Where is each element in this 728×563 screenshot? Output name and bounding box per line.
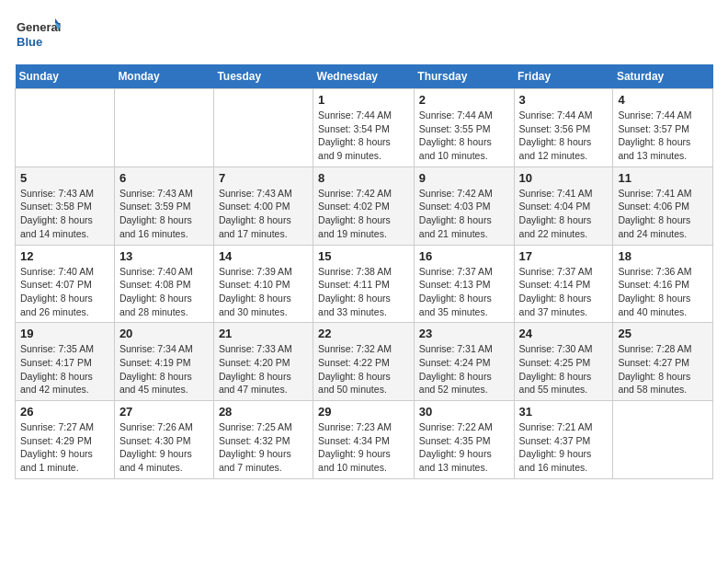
day-info: Sunrise: 7:26 AMSunset: 4:30 PMDaylight:… bbox=[119, 420, 209, 475]
day-of-week-friday: Friday bbox=[514, 64, 613, 89]
day-info: Sunrise: 7:44 AMSunset: 3:56 PMDaylight:… bbox=[519, 109, 609, 163]
week-row-1: 1Sunrise: 7:44 AMSunset: 3:54 PMDaylight… bbox=[16, 89, 713, 167]
day-info: Sunrise: 7:43 AMSunset: 4:00 PMDaylight:… bbox=[219, 187, 308, 241]
calendar-cell: 13Sunrise: 7:40 AMSunset: 4:08 PMDayligh… bbox=[114, 245, 213, 323]
day-info: Sunrise: 7:42 AMSunset: 4:03 PMDaylight:… bbox=[419, 187, 509, 241]
calendar-cell: 14Sunrise: 7:39 AMSunset: 4:10 PMDayligh… bbox=[213, 245, 313, 323]
day-info: Sunrise: 7:31 AMSunset: 4:24 PMDaylight:… bbox=[419, 342, 509, 396]
calendar-cell: 28Sunrise: 7:25 AMSunset: 4:32 PMDayligh… bbox=[213, 401, 313, 479]
calendar-cell: 20Sunrise: 7:34 AMSunset: 4:19 PMDayligh… bbox=[114, 323, 213, 401]
day-of-week-saturday: Saturday bbox=[613, 64, 713, 89]
calendar-cell: 5Sunrise: 7:43 AMSunset: 3:58 PMDaylight… bbox=[16, 167, 115, 245]
day-number: 15 bbox=[318, 249, 409, 263]
calendar-cell: 25Sunrise: 7:28 AMSunset: 4:27 PMDayligh… bbox=[613, 323, 713, 401]
calendar-cell: 12Sunrise: 7:40 AMSunset: 4:07 PMDayligh… bbox=[16, 245, 115, 323]
day-number: 17 bbox=[519, 249, 609, 263]
calendar-cell: 31Sunrise: 7:21 AMSunset: 4:37 PMDayligh… bbox=[514, 401, 613, 479]
calendar-cell: 24Sunrise: 7:30 AMSunset: 4:25 PMDayligh… bbox=[514, 323, 613, 401]
day-info: Sunrise: 7:25 AMSunset: 4:32 PMDaylight:… bbox=[219, 420, 308, 475]
day-number: 11 bbox=[618, 171, 708, 185]
day-info: Sunrise: 7:44 AMSunset: 3:54 PMDaylight:… bbox=[318, 109, 409, 163]
day-number: 10 bbox=[519, 171, 609, 185]
day-info: Sunrise: 7:39 AMSunset: 4:10 PMDaylight:… bbox=[219, 265, 308, 319]
day-info: Sunrise: 7:38 AMSunset: 4:11 PMDaylight:… bbox=[318, 265, 409, 319]
calendar-cell: 30Sunrise: 7:22 AMSunset: 4:35 PMDayligh… bbox=[414, 401, 514, 479]
calendar-cell: 4Sunrise: 7:44 AMSunset: 3:57 PMDaylight… bbox=[613, 89, 713, 167]
day-info: Sunrise: 7:41 AMSunset: 4:04 PMDaylight:… bbox=[519, 187, 609, 241]
calendar-cell bbox=[613, 401, 713, 479]
day-number: 16 bbox=[419, 249, 509, 263]
calendar-cell: 21Sunrise: 7:33 AMSunset: 4:20 PMDayligh… bbox=[213, 323, 313, 401]
day-number: 3 bbox=[519, 93, 609, 107]
day-info: Sunrise: 7:35 AMSunset: 4:17 PMDaylight:… bbox=[20, 342, 109, 396]
day-info: Sunrise: 7:43 AMSunset: 3:58 PMDaylight:… bbox=[20, 187, 109, 241]
day-number: 9 bbox=[419, 171, 509, 185]
calendar-cell: 6Sunrise: 7:43 AMSunset: 3:59 PMDaylight… bbox=[114, 167, 213, 245]
day-info: Sunrise: 7:32 AMSunset: 4:22 PMDaylight:… bbox=[318, 342, 409, 396]
day-number: 25 bbox=[618, 327, 708, 340]
day-info: Sunrise: 7:28 AMSunset: 4:27 PMDaylight:… bbox=[618, 342, 708, 396]
logo: General Blue bbox=[15, 15, 61, 53]
week-row-5: 26Sunrise: 7:27 AMSunset: 4:29 PMDayligh… bbox=[16, 401, 713, 479]
calendar-cell: 23Sunrise: 7:31 AMSunset: 4:24 PMDayligh… bbox=[414, 323, 514, 401]
calendar-cell: 17Sunrise: 7:37 AMSunset: 4:14 PMDayligh… bbox=[514, 245, 613, 323]
calendar-cell: 8Sunrise: 7:42 AMSunset: 4:02 PMDaylight… bbox=[313, 167, 415, 245]
day-number: 5 bbox=[20, 171, 109, 185]
week-row-2: 5Sunrise: 7:43 AMSunset: 3:58 PMDaylight… bbox=[16, 167, 713, 245]
day-info: Sunrise: 7:21 AMSunset: 4:37 PMDaylight:… bbox=[519, 420, 609, 475]
calendar-header: SundayMondayTuesdayWednesdayThursdayFrid… bbox=[16, 64, 713, 89]
day-number: 23 bbox=[419, 327, 509, 340]
week-row-4: 19Sunrise: 7:35 AMSunset: 4:17 PMDayligh… bbox=[16, 323, 713, 401]
calendar-cell: 9Sunrise: 7:42 AMSunset: 4:03 PMDaylight… bbox=[414, 167, 514, 245]
calendar-cell: 11Sunrise: 7:41 AMSunset: 4:06 PMDayligh… bbox=[613, 167, 713, 245]
day-number: 12 bbox=[20, 249, 109, 263]
day-of-week-tuesday: Tuesday bbox=[213, 64, 313, 89]
day-number: 2 bbox=[419, 93, 509, 107]
day-of-week-sunday: Sunday bbox=[16, 64, 115, 89]
calendar-cell: 7Sunrise: 7:43 AMSunset: 4:00 PMDaylight… bbox=[213, 167, 313, 245]
calendar-cell: 15Sunrise: 7:38 AMSunset: 4:11 PMDayligh… bbox=[313, 245, 415, 323]
day-number: 22 bbox=[318, 327, 409, 340]
svg-text:Blue: Blue bbox=[17, 35, 42, 49]
day-info: Sunrise: 7:27 AMSunset: 4:29 PMDaylight:… bbox=[20, 420, 109, 475]
day-number: 14 bbox=[219, 249, 308, 263]
day-number: 27 bbox=[119, 405, 209, 419]
day-info: Sunrise: 7:34 AMSunset: 4:19 PMDaylight:… bbox=[119, 342, 209, 396]
calendar-table: SundayMondayTuesdayWednesdayThursdayFrid… bbox=[15, 64, 713, 479]
day-number: 31 bbox=[519, 405, 609, 419]
day-info: Sunrise: 7:36 AMSunset: 4:16 PMDaylight:… bbox=[618, 265, 708, 319]
calendar-cell bbox=[16, 89, 115, 167]
day-info: Sunrise: 7:42 AMSunset: 4:02 PMDaylight:… bbox=[318, 187, 409, 241]
day-number: 24 bbox=[519, 327, 609, 340]
day-number: 4 bbox=[618, 93, 708, 107]
day-info: Sunrise: 7:40 AMSunset: 4:07 PMDaylight:… bbox=[20, 265, 109, 319]
day-info: Sunrise: 7:23 AMSunset: 4:34 PMDaylight:… bbox=[318, 420, 409, 475]
day-number: 28 bbox=[219, 405, 308, 419]
calendar-cell: 29Sunrise: 7:23 AMSunset: 4:34 PMDayligh… bbox=[313, 401, 415, 479]
day-info: Sunrise: 7:37 AMSunset: 4:14 PMDaylight:… bbox=[519, 265, 609, 319]
day-number: 1 bbox=[318, 93, 409, 107]
calendar-body: 1Sunrise: 7:44 AMSunset: 3:54 PMDaylight… bbox=[16, 89, 713, 479]
calendar-cell: 26Sunrise: 7:27 AMSunset: 4:29 PMDayligh… bbox=[16, 401, 115, 479]
week-row-3: 12Sunrise: 7:40 AMSunset: 4:07 PMDayligh… bbox=[16, 245, 713, 323]
day-number: 20 bbox=[119, 327, 209, 340]
day-of-week-thursday: Thursday bbox=[414, 64, 514, 89]
days-of-week-row: SundayMondayTuesdayWednesdayThursdayFrid… bbox=[16, 64, 713, 89]
day-info: Sunrise: 7:33 AMSunset: 4:20 PMDaylight:… bbox=[219, 342, 308, 396]
calendar-cell: 22Sunrise: 7:32 AMSunset: 4:22 PMDayligh… bbox=[313, 323, 415, 401]
svg-text:General: General bbox=[17, 20, 61, 34]
day-info: Sunrise: 7:44 AMSunset: 3:57 PMDaylight:… bbox=[618, 109, 708, 163]
day-of-week-wednesday: Wednesday bbox=[313, 64, 415, 89]
calendar-cell: 18Sunrise: 7:36 AMSunset: 4:16 PMDayligh… bbox=[613, 245, 713, 323]
calendar-cell: 19Sunrise: 7:35 AMSunset: 4:17 PMDayligh… bbox=[16, 323, 115, 401]
day-number: 19 bbox=[20, 327, 109, 340]
day-number: 21 bbox=[219, 327, 308, 340]
day-info: Sunrise: 7:41 AMSunset: 4:06 PMDaylight:… bbox=[618, 187, 708, 241]
calendar-cell: 27Sunrise: 7:26 AMSunset: 4:30 PMDayligh… bbox=[114, 401, 213, 479]
day-of-week-monday: Monday bbox=[114, 64, 213, 89]
calendar-cell: 2Sunrise: 7:44 AMSunset: 3:55 PMDaylight… bbox=[414, 89, 514, 167]
calendar-cell: 16Sunrise: 7:37 AMSunset: 4:13 PMDayligh… bbox=[414, 245, 514, 323]
day-number: 26 bbox=[20, 405, 109, 419]
day-number: 13 bbox=[119, 249, 209, 263]
calendar-cell bbox=[213, 89, 313, 167]
